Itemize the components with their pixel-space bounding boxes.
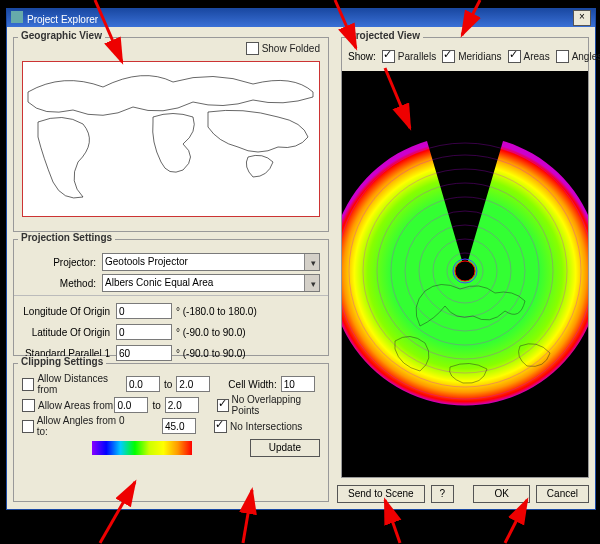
svg-line-18 [100,482,135,543]
svg-line-19 [243,490,252,543]
svg-line-17 [385,68,410,128]
annotation-arrows [0,0,600,544]
svg-line-16 [462,0,480,35]
svg-line-20 [385,500,400,543]
svg-line-15 [335,0,356,48]
svg-line-14 [95,0,122,62]
svg-line-21 [505,500,527,543]
